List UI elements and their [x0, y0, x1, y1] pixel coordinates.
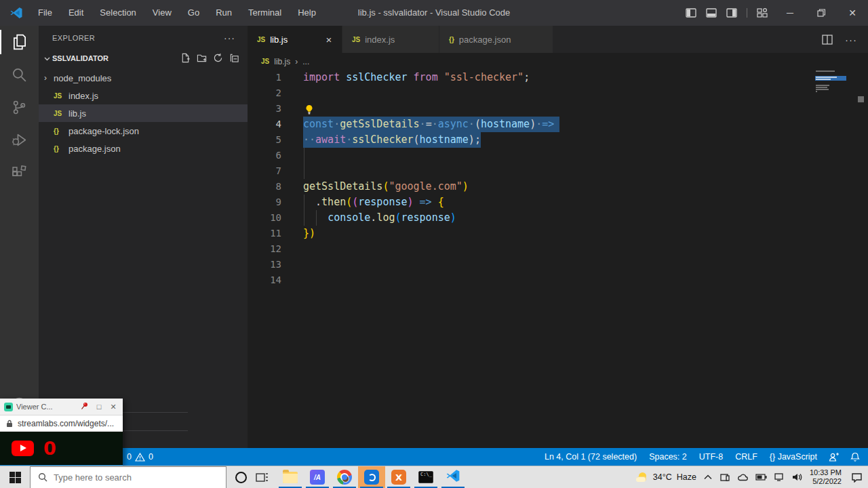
taskbar-app-terminal[interactable]: C:\_ [412, 466, 439, 488]
youtube-icon [12, 441, 34, 456]
menu-edit[interactable]: Edit [60, 0, 92, 26]
code-line-8[interactable]: 8getSslDetails("google.com") [248, 179, 868, 195]
code-line-11[interactable]: 11}) [248, 226, 868, 241]
new-file-icon[interactable] [180, 53, 191, 63]
refresh-icon[interactable] [213, 53, 223, 63]
status-eol[interactable]: CRLF [729, 452, 764, 462]
taskbar-app-xampp[interactable]: X [385, 466, 412, 488]
taskbar-app-app-a[interactable]: /A [304, 466, 331, 488]
editor-more-actions-icon[interactable]: ··· [845, 34, 857, 45]
code-line-12[interactable]: 12 [248, 241, 868, 257]
code-line-3[interactable]: 3 [248, 101, 868, 117]
toggle-panel-icon[interactable] [706, 8, 717, 18]
onedrive-cloud-icon[interactable] [737, 474, 748, 481]
menu-run[interactable]: Run [208, 0, 240, 26]
menu-view[interactable]: View [144, 0, 180, 26]
titlebar-separator [747, 8, 747, 18]
menu-help[interactable]: Help [290, 0, 324, 26]
toggle-sidebar-icon[interactable] [686, 8, 696, 18]
minimize-button[interactable]: ─ [774, 0, 806, 26]
code-line-2[interactable]: 2 [248, 85, 868, 101]
tablet-mode-icon[interactable] [719, 473, 730, 482]
cortana-button[interactable] [235, 472, 247, 483]
code-line-6[interactable]: 6 [248, 148, 868, 163]
search-input[interactable] [54, 472, 203, 483]
activity-search-icon[interactable] [0, 58, 39, 91]
close-overlay-button[interactable]: ✕ [108, 403, 119, 411]
file-item-lib.js[interactable]: JSlib.js [39, 104, 248, 122]
split-editor-icon[interactable] [822, 35, 833, 45]
new-folder-icon[interactable] [197, 53, 207, 63]
breadcrumb-more[interactable]: ... [302, 57, 309, 66]
activity-extensions-icon[interactable] [0, 156, 39, 188]
breadcrumb-file[interactable]: lib.js [274, 57, 290, 66]
notifications-bell-icon[interactable] [845, 452, 868, 462]
code-line-13[interactable]: 13 [248, 257, 868, 272]
code-line-5[interactable]: 5··await·sslChecker(hostname); [248, 132, 868, 148]
activity-run-debug-icon[interactable] [0, 123, 39, 156]
collapse-all-icon[interactable] [229, 53, 239, 63]
close-window-button[interactable]: ✕ [837, 0, 868, 26]
menu-selection[interactable]: Selection [92, 0, 144, 26]
minimap[interactable] [815, 70, 846, 178]
status-language-mode[interactable]: {} JavaScript [764, 452, 823, 462]
maximize-button[interactable]: □ [94, 403, 104, 411]
pin-icon[interactable] [79, 402, 90, 411]
youtube-widget: 0 [0, 432, 123, 465]
file-item-package-lock.json[interactable]: {}package-lock.json [39, 122, 248, 140]
battery-icon[interactable] [755, 474, 767, 481]
taskbar-app-chrome[interactable] [331, 466, 358, 488]
tab-package.json[interactable]: {}package.json [439, 26, 553, 53]
code-line-9[interactable]: 9 .then((response) => { [248, 195, 868, 210]
start-button[interactable] [0, 466, 30, 488]
customize-layout-icon[interactable] [757, 7, 768, 18]
file-label: index.js [68, 91, 98, 101]
toggle-secondary-sidebar-icon[interactable] [726, 8, 737, 18]
file-item-package.json[interactable]: {}package.json [39, 140, 248, 157]
close-tab-icon[interactable]: × [323, 34, 335, 45]
code-editor[interactable]: 1import sslChecker from "ssl-checker";23… [248, 70, 868, 448]
breadcrumb[interactable]: JS lib.js › ... [248, 53, 868, 70]
network-icon[interactable] [774, 473, 785, 481]
activity-explorer-icon[interactable] [0, 26, 39, 58]
file-item-index.js[interactable]: JSindex.js [39, 87, 248, 104]
status-indentation[interactable]: Spaces: 2 [643, 452, 693, 462]
problems-indicator[interactable]: 0 0 [127, 452, 153, 462]
taskbar-app-screen-recorder[interactable] [358, 466, 385, 488]
restore-button[interactable] [806, 0, 837, 26]
volume-icon[interactable] [792, 473, 802, 481]
line-number: 8 [248, 179, 281, 195]
address-url[interactable]: streamlabs.com/widgets/... [18, 419, 114, 428]
task-view-icon[interactable] [256, 472, 269, 483]
status-encoding[interactable]: UTF-8 [693, 452, 729, 462]
chevron-up-icon[interactable] [704, 474, 712, 480]
action-center-icon[interactable] [851, 472, 863, 483]
code-line-14[interactable]: 14 [248, 272, 868, 288]
taskbar-app-vscode[interactable] [439, 466, 467, 488]
menu-file[interactable]: File [30, 0, 60, 26]
explorer-more-actions-icon[interactable]: ··· [224, 33, 235, 43]
address-bar[interactable]: streamlabs.com/widgets/... [0, 415, 123, 432]
lock-icon [6, 420, 13, 428]
taskbar-app-file-explorer[interactable] [277, 466, 304, 488]
weather-widget[interactable]: 34°C Haze [636, 472, 696, 482]
scrollbar-decoration[interactable] [858, 96, 864, 102]
menu-go[interactable]: Go [180, 0, 208, 26]
taskbar-search[interactable] [30, 466, 226, 488]
tab-lib.js[interactable]: JSlib.js× [248, 26, 342, 53]
status-cursor-position[interactable]: Ln 4, Col 1 (72 selected) [538, 452, 643, 462]
tab-index.js[interactable]: JSindex.js [342, 26, 439, 53]
file-label: package-lock.json [68, 126, 139, 136]
code-line-1[interactable]: 1import sslChecker from "ssl-checker"; [248, 70, 868, 85]
code-line-7[interactable]: 7 [248, 163, 868, 179]
file-item-node_modules[interactable]: ›node_modules [39, 69, 248, 87]
menu-terminal[interactable]: Terminal [240, 0, 290, 26]
viewer-count-titlebar[interactable]: Viewer C... □ ✕ [0, 399, 123, 415]
feedback-icon[interactable] [823, 452, 845, 462]
activity-source-control-icon[interactable] [0, 91, 39, 123]
clock[interactable]: 10:33 PM 5/2/2022 [810, 468, 842, 486]
code-line-4[interactable]: 4const·getSslDetails·=·async·(hostname)·… [248, 117, 868, 132]
folder-section-header[interactable]: SSLVALIDATOR [39, 49, 248, 66]
code-line-10[interactable]: 10 console.log(response) [248, 210, 868, 226]
json-file-icon: {} [54, 145, 68, 152]
